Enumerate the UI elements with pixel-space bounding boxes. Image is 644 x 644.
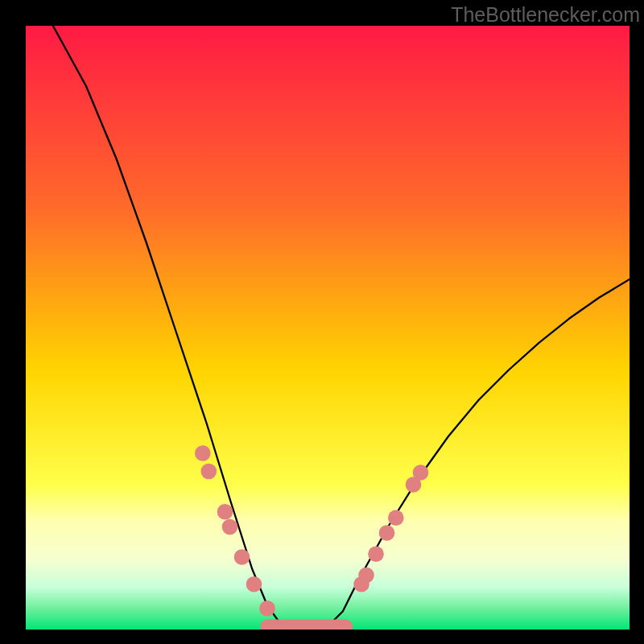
highlight-dot [259, 601, 275, 617]
plot-area [26, 26, 630, 630]
highlight-dot [413, 464, 429, 481]
highlight-dot [388, 510, 404, 526]
highlight-dot [368, 547, 384, 563]
highlight-dot [246, 576, 262, 592]
highlight-dot [217, 504, 233, 520]
gradient-background [26, 26, 630, 630]
highlight-dot [234, 549, 250, 565]
image-frame: TheBottlenecker.com [0, 0, 644, 644]
highlight-dot [195, 445, 211, 461]
chart-svg [26, 26, 630, 630]
highlight-dot [379, 525, 395, 541]
watermark-text: TheBottlenecker.com [451, 3, 640, 27]
highlight-dot [358, 568, 374, 584]
highlight-dot [201, 464, 217, 480]
highlight-dot [222, 519, 238, 535]
